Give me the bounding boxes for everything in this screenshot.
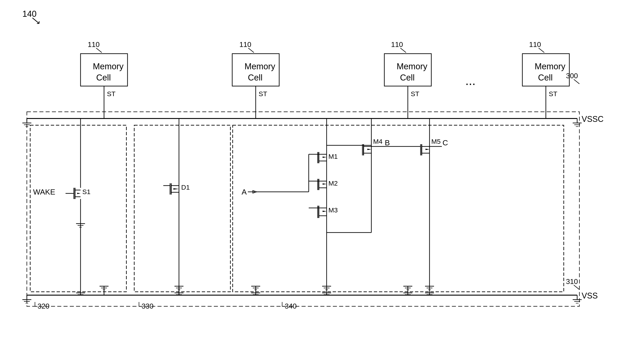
svg-marker-75 bbox=[323, 211, 327, 212]
outer-boundary bbox=[27, 112, 579, 306]
node-c-label: C bbox=[442, 138, 448, 147]
block-340 bbox=[233, 125, 564, 292]
svg-marker-60 bbox=[323, 157, 327, 158]
svg-marker-97 bbox=[425, 149, 430, 150]
svg-marker-87 bbox=[367, 149, 371, 150]
svg-line-20 bbox=[574, 285, 579, 290]
vss-label: VSS bbox=[582, 291, 598, 300]
s1-label: S1 bbox=[82, 188, 91, 195]
st-1-label: ST bbox=[107, 90, 115, 97]
m2-label: M2 bbox=[328, 179, 338, 187]
block-320 bbox=[30, 125, 127, 292]
ref-110-1-label: 110 bbox=[88, 40, 99, 49]
node-a-label: A bbox=[242, 188, 247, 196]
svg-line-0 bbox=[32, 18, 39, 24]
svg-line-12 bbox=[539, 48, 544, 53]
memory-cell-3-text: Memory bbox=[397, 62, 427, 71]
node-b-label: B bbox=[385, 138, 390, 147]
block-330 bbox=[134, 125, 230, 292]
memory-cell-1-text: Memory bbox=[93, 62, 124, 71]
ellipsis: ... bbox=[465, 74, 476, 88]
ref-110-4-label: 110 bbox=[529, 40, 541, 49]
svg-line-3 bbox=[96, 48, 102, 53]
svg-marker-44 bbox=[173, 188, 179, 189]
ref-310-label: 310 bbox=[566, 277, 578, 285]
svg-marker-32 bbox=[77, 193, 81, 194]
memory-cell-4-text: Memory bbox=[535, 62, 565, 71]
circuit-diagram: 140 110 Memory Cell ST 110 Memory Cell S… bbox=[0, 0, 619, 364]
st-4-label: ST bbox=[549, 90, 557, 97]
memory-cell-1-text2: Cell bbox=[96, 73, 111, 82]
svg-line-9 bbox=[400, 48, 406, 53]
m3-label: M3 bbox=[328, 206, 338, 214]
ref-110-3-label: 110 bbox=[391, 40, 403, 49]
memory-cell-3-text2: Cell bbox=[400, 73, 415, 82]
m5-label: M5 bbox=[431, 138, 441, 145]
memory-cell-2-text: Memory bbox=[244, 62, 275, 71]
svg-line-15 bbox=[574, 79, 579, 84]
ref-320-label: └320 bbox=[32, 302, 49, 310]
ref-140-label: 140 bbox=[22, 9, 36, 19]
vssc-label: VSSC bbox=[582, 114, 604, 124]
d1-label: D1 bbox=[181, 184, 190, 191]
st-3-label: ST bbox=[411, 90, 419, 97]
st-2-label: ST bbox=[259, 90, 267, 97]
svg-line-6 bbox=[248, 48, 254, 53]
ref-300-label: 300 bbox=[566, 72, 578, 80]
m4-label: M4 bbox=[373, 138, 382, 145]
ref-340-label: └340 bbox=[280, 302, 297, 310]
svg-marker-68 bbox=[323, 183, 327, 185]
m1-label: M1 bbox=[328, 153, 338, 160]
memory-cell-4-text2: Cell bbox=[538, 73, 553, 82]
wake-label: WAKE bbox=[33, 188, 55, 196]
ref-110-2-label: 110 bbox=[239, 40, 251, 49]
ref-330-label: └330 bbox=[137, 302, 154, 310]
memory-cell-2-text2: Cell bbox=[248, 73, 262, 82]
